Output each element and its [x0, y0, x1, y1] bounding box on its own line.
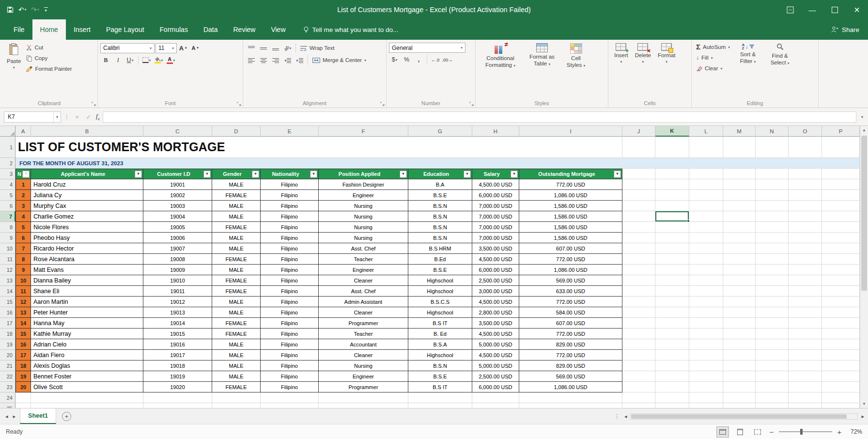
cell[interactable] — [756, 233, 789, 243]
tab-insert[interactable]: Insert — [66, 19, 98, 40]
active-cell-K7[interactable] — [655, 211, 689, 222]
cell-G17[interactable]: B.S IT — [408, 318, 472, 329]
zoom-level[interactable]: 72% — [847, 428, 862, 435]
cell[interactable] — [31, 403, 143, 408]
row-header-21[interactable]: 21 — [0, 361, 16, 371]
cell[interactable] — [756, 265, 789, 275]
previous-sheet-icon[interactable]: ◂ — [3, 413, 11, 420]
cell-F11[interactable]: Teacher — [319, 254, 408, 265]
cell[interactable] — [622, 190, 655, 201]
cell-B20[interactable]: Aidan Fiero — [31, 350, 143, 361]
cell[interactable] — [756, 190, 789, 201]
row-header-19[interactable]: 19 — [0, 339, 16, 350]
cell[interactable] — [655, 350, 689, 361]
cell[interactable] — [655, 254, 689, 265]
cell-A15[interactable]: 12 — [16, 297, 31, 307]
maximize-button[interactable] — [823, 0, 846, 19]
customize-quick-access-button[interactable]: ▾ — [42, 7, 50, 13]
table-header-7[interactable]: Salary▾ — [472, 169, 519, 179]
cell[interactable] — [789, 382, 822, 392]
cell[interactable] — [822, 137, 860, 158]
select-all-corner[interactable] — [0, 126, 16, 137]
cell-D18[interactable]: FEMALE — [212, 329, 261, 339]
cell[interactable] — [756, 371, 789, 382]
cell-C22[interactable]: 19019 — [143, 371, 212, 382]
row-header-15[interactable]: 15 — [0, 297, 16, 307]
cell[interactable] — [822, 371, 860, 382]
orientation-button[interactable]: ab▾ — [282, 43, 293, 53]
filter-dropdown-icon[interactable]: ▾ — [511, 171, 518, 178]
undo-dropdown-icon[interactable]: ▾ — [25, 8, 27, 12]
cell[interactable] — [689, 361, 723, 371]
cell-D16[interactable]: MALE — [212, 307, 261, 318]
table-header-4[interactable]: Nationality▾ — [261, 169, 319, 179]
cell-C10[interactable]: 19007 — [143, 243, 212, 254]
cell-D10[interactable]: MALE — [212, 243, 261, 254]
cell-B23[interactable]: Olive Scott — [31, 382, 143, 392]
cell-A19[interactable]: 16 — [16, 339, 31, 350]
row-header-4[interactable]: 4 — [0, 179, 16, 190]
tab-scrollbar-splitter[interactable]: ⋮ — [612, 413, 622, 420]
cell-I19[interactable]: 829.00 USD — [519, 339, 622, 350]
cell[interactable] — [622, 392, 655, 403]
cell[interactable] — [822, 318, 860, 329]
cell[interactable] — [261, 403, 319, 408]
cell[interactable] — [723, 265, 756, 275]
cell[interactable] — [622, 339, 655, 350]
cell-G13[interactable]: Highschool — [408, 275, 472, 286]
cell[interactable] — [472, 403, 519, 408]
cell[interactable] — [143, 403, 212, 408]
cell-I4[interactable]: 772.00 USD — [519, 179, 622, 190]
accounting-format-button[interactable]: $▾ — [389, 54, 400, 65]
cell[interactable] — [622, 286, 655, 297]
undo-button[interactable]: ↶▾ — [16, 3, 28, 16]
cell[interactable] — [655, 392, 689, 403]
page-break-view-button[interactable] — [751, 426, 764, 438]
format-as-table-button[interactable]: Format as Table ▾ — [523, 41, 561, 98]
cell-G10[interactable]: B.S HRM — [408, 243, 472, 254]
cell-B15[interactable]: Aaron Martin — [31, 297, 143, 307]
table-header-0[interactable]: N↑ — [16, 169, 31, 179]
cell[interactable] — [756, 211, 789, 222]
cell[interactable] — [319, 392, 408, 403]
cell-G4[interactable]: B.A — [408, 179, 472, 190]
font-color-button[interactable]: A▾ — [165, 55, 176, 65]
cell-E21[interactable]: Filipino — [261, 361, 319, 371]
cell[interactable] — [212, 392, 261, 403]
cell[interactable] — [689, 339, 723, 350]
fill-button[interactable]: ↓Fill▾ — [694, 52, 732, 63]
cell[interactable] — [689, 211, 723, 222]
cell[interactable] — [789, 297, 822, 307]
cell[interactable] — [723, 318, 756, 329]
cell-G19[interactable]: B.S.A — [408, 339, 472, 350]
cell-F14[interactable]: Asst. Chef — [319, 286, 408, 297]
cell[interactable] — [655, 371, 689, 382]
cell[interactable] — [723, 350, 756, 361]
cell-D21[interactable]: MALE — [212, 361, 261, 371]
sheet-subtitle-cell[interactable]: FOR THE MONTH OF AUGUST 31, 2023 — [16, 158, 860, 169]
row-header-8[interactable]: 8 — [0, 222, 16, 233]
clear-button[interactable]: Clear▾ — [694, 63, 732, 74]
cell-H17[interactable]: 3,500.00 USD — [472, 318, 519, 329]
cell-I15[interactable]: 772.00 USD — [519, 297, 622, 307]
column-header-E[interactable]: E — [261, 126, 319, 137]
tab-review[interactable]: Review — [226, 19, 264, 40]
cell[interactable] — [723, 190, 756, 201]
redo-dropdown-icon[interactable]: ▾ — [37, 8, 39, 12]
cell[interactable] — [789, 254, 822, 265]
cell[interactable] — [723, 137, 756, 158]
cell[interactable] — [822, 254, 860, 265]
column-header-M[interactable]: M — [723, 126, 756, 137]
column-header-F[interactable]: F — [319, 126, 408, 137]
cell-G6[interactable]: B.S.N — [408, 201, 472, 211]
close-button[interactable]: × — [846, 0, 868, 19]
cell-E23[interactable]: Filipino — [261, 382, 319, 392]
column-header-K[interactable]: K — [655, 126, 689, 137]
cell-G9[interactable]: B.S.N — [408, 233, 472, 243]
cell[interactable] — [689, 190, 723, 201]
cell-H20[interactable]: 4,500.00 USD — [472, 350, 519, 361]
cell[interactable] — [723, 382, 756, 392]
cell-H21[interactable]: 5,000.00 USD — [472, 361, 519, 371]
cell-G12[interactable]: B.S.E — [408, 265, 472, 275]
cell[interactable] — [822, 275, 860, 286]
